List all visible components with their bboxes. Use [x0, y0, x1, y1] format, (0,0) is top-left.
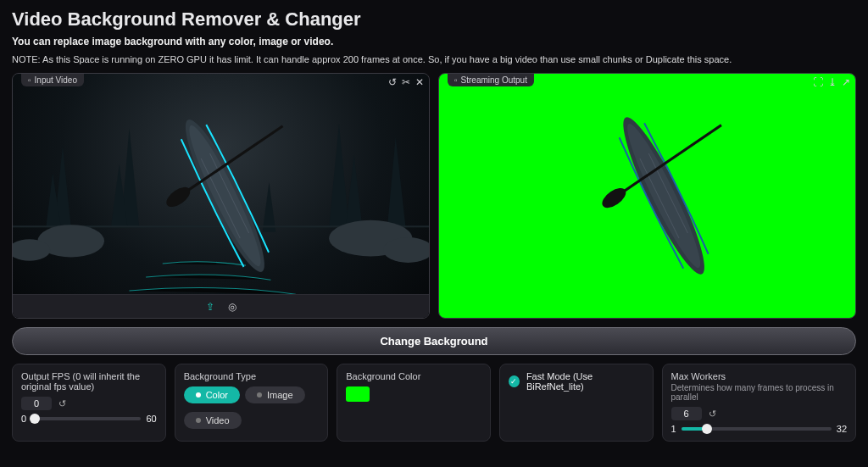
download-icon[interactable]: ⤓ — [828, 77, 837, 87]
workers-label: Max Workers — [671, 371, 848, 381]
fps-min: 0 — [21, 414, 26, 424]
input-video-box: ▫ Input Video ↺ ✂ ✕ — [12, 73, 430, 319]
undo-icon[interactable]: ↺ — [388, 77, 397, 87]
webcam-icon: ▫ — [28, 75, 31, 85]
page-note: NOTE: As this Space is running on ZERO G… — [12, 54, 856, 64]
page-title: Video Background Remover & Changer — [12, 8, 856, 31]
reset-icon[interactable]: ↺ — [58, 398, 66, 409]
camera-icon[interactable]: ◎ — [228, 301, 236, 313]
upload-icon[interactable]: ⇪ — [206, 301, 214, 313]
fast-mode-label: Fast Mode (Use BiRefNet_lite) — [526, 371, 644, 392]
workers-desc: Determines how many frames to process in… — [671, 383, 848, 402]
workers-slider[interactable] — [682, 427, 832, 431]
bg-type-label: Background Type — [184, 371, 320, 381]
workers-max: 32 — [837, 424, 847, 434]
video-row: ▫ Input Video ↺ ✂ ✕ — [12, 73, 856, 319]
output-video-label: ▫ Streaming Output — [448, 74, 534, 86]
settings-row: Output FPS (0 will inherit the original … — [12, 364, 856, 442]
svg-point-8 — [164, 183, 193, 211]
input-video-preview[interactable] — [13, 74, 429, 318]
close-icon[interactable]: ✕ — [415, 77, 424, 87]
fps-max: 60 — [146, 414, 156, 424]
fps-slider[interactable] — [31, 417, 141, 420]
fast-mode-panel: ✓ Fast Mode (Use BiRefNet_lite) — [499, 364, 654, 442]
svg-point-12 — [599, 184, 629, 212]
output-video-preview[interactable] — [439, 74, 855, 318]
workers-min: 1 — [671, 424, 676, 434]
fps-panel: Output FPS (0 will inherit the original … — [12, 364, 166, 442]
fps-value[interactable]: 0 — [21, 397, 52, 410]
bg-color-label: Background Color — [346, 371, 481, 381]
fast-mode-checkbox[interactable]: ✓ — [509, 375, 520, 387]
workers-panel: Max Workers Determines how many frames t… — [662, 364, 857, 442]
input-video-label: ▫ Input Video — [21, 74, 84, 86]
bg-color-swatch[interactable] — [346, 386, 370, 402]
change-background-button[interactable]: Change Background — [12, 327, 856, 355]
fullscreen-icon[interactable]: ⛶ — [813, 77, 823, 87]
bg-type-color[interactable]: Color — [184, 386, 240, 403]
bg-type-video[interactable]: Video — [184, 412, 242, 429]
image-icon: ▫ — [454, 75, 458, 85]
output-video-box: ▫ Streaming Output ⛶ ⤓ ↗ — [438, 73, 856, 319]
bg-color-panel: Background Color — [337, 364, 491, 442]
cut-icon[interactable]: ✂ — [402, 77, 410, 87]
reset-icon[interactable]: ↺ — [709, 409, 716, 420]
share-icon[interactable]: ↗ — [842, 77, 850, 87]
bg-type-image[interactable]: Image — [245, 386, 305, 403]
bg-type-panel: Background Type Color Image Video — [175, 364, 329, 442]
page-subtitle: You can replace image background with an… — [12, 36, 856, 47]
fps-label: Output FPS (0 will inherit the original … — [21, 371, 157, 392]
workers-value[interactable]: 6 — [671, 407, 702, 420]
svg-point-6 — [181, 120, 270, 272]
